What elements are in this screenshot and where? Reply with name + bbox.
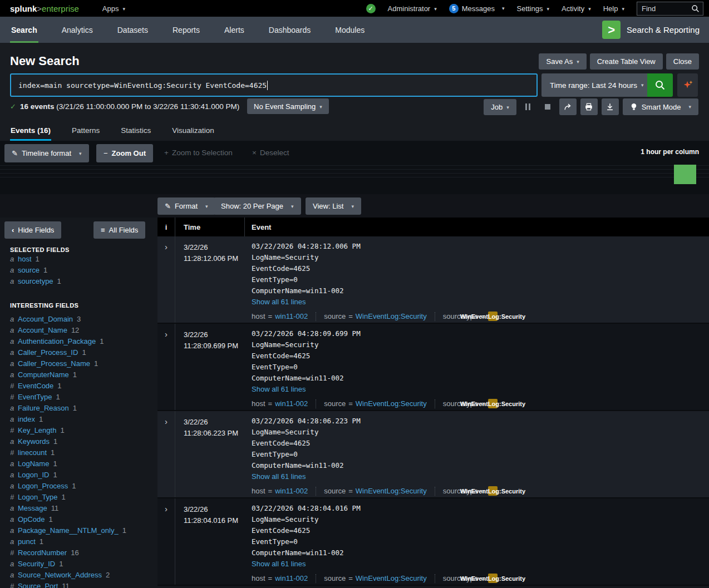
tab-patterns[interactable]: Patterns bbox=[71, 120, 100, 141]
expand-event-chevron[interactable]: › bbox=[157, 411, 175, 497]
field-item-source-network-address[interactable]: aSource_Network_Address2 bbox=[10, 569, 157, 580]
field-item-computername[interactable]: aComputerName1 bbox=[10, 369, 157, 380]
field-separator bbox=[316, 574, 316, 583]
expand-event-chevron[interactable]: › bbox=[157, 236, 175, 323]
host-field-value[interactable]: win11-002 bbox=[275, 399, 308, 408]
create-table-view-button[interactable]: Create Table View bbox=[590, 53, 663, 70]
settings-menu[interactable]: Settings bbox=[517, 4, 550, 13]
pause-job-button[interactable] bbox=[523, 98, 534, 115]
all-fields-button[interactable]: ≡ All Fields bbox=[93, 221, 145, 239]
field-item-caller-process-name[interactable]: aCaller_Process_Name1 bbox=[10, 358, 157, 369]
sourcetype-field-value[interactable]: WinEventLog:Security bbox=[488, 574, 498, 583]
field-item-account-name[interactable]: aAccount_Name12 bbox=[10, 324, 157, 335]
sourcetype-field-value[interactable]: WinEventLog:Security bbox=[488, 399, 498, 408]
source-field-value[interactable]: WinEventLog:Security bbox=[356, 312, 427, 320]
appbar-item-alerts[interactable]: Alerts bbox=[223, 17, 245, 43]
hide-fields-button[interactable]: ‹ Hide Fields bbox=[4, 221, 61, 239]
field-item-failure-reason[interactable]: aFailure_Reason1 bbox=[10, 402, 157, 413]
host-field-value[interactable]: win11-002 bbox=[275, 487, 308, 495]
source-field-value[interactable]: WinEventLog:Security bbox=[356, 399, 427, 408]
time-range-picker[interactable]: Time range: Last 24 hours bbox=[541, 73, 647, 97]
appbar-item-analytics[interactable]: Analytics bbox=[61, 17, 94, 43]
format-label: Format bbox=[175, 202, 198, 210]
field-item-eventtype[interactable]: #EventType1 bbox=[10, 391, 157, 402]
help-menu[interactable]: Help bbox=[603, 4, 624, 13]
appbar-item-reports[interactable]: Reports bbox=[171, 17, 201, 43]
show-all-lines-link[interactable]: Show all 61 lines bbox=[252, 298, 306, 306]
source-field-value[interactable]: WinEventLog:Security bbox=[356, 574, 427, 582]
source-field-value[interactable]: WinEventLog:Security bbox=[356, 487, 427, 495]
find-input[interactable] bbox=[642, 4, 691, 13]
appbar-item-search[interactable]: Search bbox=[10, 17, 38, 43]
field-item-key-length[interactable]: #Key_Length1 bbox=[10, 424, 157, 436]
field-item-host[interactable]: ahost1 bbox=[10, 253, 157, 264]
ai-assistant-button[interactable] bbox=[677, 73, 698, 97]
view-mode-button[interactable]: View: List bbox=[306, 197, 361, 215]
field-item-recordnumber[interactable]: #RecordNumber16 bbox=[10, 547, 157, 558]
field-item-message[interactable]: aMessage11 bbox=[10, 502, 157, 513]
share-job-button[interactable] bbox=[559, 98, 577, 115]
field-item-security-id[interactable]: aSecurity_ID1 bbox=[10, 558, 157, 569]
field-item-logon-type[interactable]: #Logon_Type1 bbox=[10, 491, 157, 502]
field-item-source-port[interactable]: #Source_Port11 bbox=[10, 580, 157, 588]
save-as-button[interactable]: Save As bbox=[539, 53, 586, 70]
timeline-format-button[interactable]: ✎ Timeline format bbox=[4, 144, 89, 162]
export-button[interactable] bbox=[602, 98, 619, 115]
field-item-logname[interactable]: aLogName1 bbox=[10, 458, 157, 469]
stop-job-button[interactable] bbox=[542, 98, 553, 115]
messages-menu[interactable]: 5 Messages bbox=[449, 4, 505, 13]
activity-menu[interactable]: Activity bbox=[562, 4, 591, 13]
per-page-button[interactable]: Show: 20 Per Page bbox=[214, 197, 301, 215]
appbar-item-dashboards[interactable]: Dashboards bbox=[268, 17, 312, 43]
expand-event-chevron[interactable]: › bbox=[157, 498, 175, 585]
event-sampling-button[interactable]: No Event Sampling bbox=[247, 98, 329, 114]
show-all-lines-link[interactable]: Show all 61 lines bbox=[252, 560, 306, 568]
expand-event-chevron[interactable]: › bbox=[157, 324, 175, 410]
app-identity: > Search & Reporting bbox=[602, 17, 700, 43]
field-item-source[interactable]: asource1 bbox=[10, 264, 157, 275]
field-item-account-domain[interactable]: aAccount_Domain3 bbox=[10, 313, 157, 324]
close-button[interactable]: Close bbox=[666, 53, 699, 70]
field-item-keywords[interactable]: aKeywords1 bbox=[10, 436, 157, 447]
field-type-icon: a bbox=[10, 348, 18, 357]
apps-menu[interactable]: Apps bbox=[102, 4, 125, 13]
timeline-histogram[interactable] bbox=[0, 162, 709, 192]
event-raw-line: EventType=0 bbox=[252, 536, 709, 547]
field-item-linecount[interactable]: #linecount1 bbox=[10, 447, 157, 458]
field-type-icon: a bbox=[10, 404, 18, 412]
search-query-input[interactable]: index=main sourcetype=WinEventLog:Securi… bbox=[10, 73, 538, 97]
field-item-sourcetype[interactable]: asourcetype1 bbox=[10, 275, 157, 286]
event-body: 03/22/2026 04:28:04.016 PMLogName=Securi… bbox=[245, 498, 709, 585]
print-button[interactable] bbox=[580, 98, 598, 115]
field-item-index[interactable]: aindex1 bbox=[10, 413, 157, 424]
job-menu-button[interactable]: Job bbox=[484, 99, 516, 115]
sourcetype-field-value[interactable]: WinEventLog:Security bbox=[488, 312, 498, 321]
field-item-punct[interactable]: apunct1 bbox=[10, 536, 157, 547]
host-field-value[interactable]: win11-002 bbox=[275, 312, 308, 320]
zoom-out-button[interactable]: − Zoom Out bbox=[96, 144, 153, 162]
administrator-menu[interactable]: Administrator bbox=[388, 4, 437, 13]
field-count: 1 bbox=[40, 537, 43, 546]
tab-visualization[interactable]: Visualization bbox=[171, 120, 215, 141]
appbar-item-modules[interactable]: Modules bbox=[334, 17, 366, 43]
field-item-logon-process[interactable]: aLogon_Process1 bbox=[10, 480, 157, 491]
field-item-authentication-package[interactable]: aAuthentication_Package1 bbox=[10, 335, 157, 347]
tab-statistics[interactable]: Statistics bbox=[120, 120, 151, 141]
search-mode-button[interactable]: Smart Mode bbox=[623, 98, 698, 115]
find-search-box[interactable] bbox=[637, 2, 703, 16]
tab-events-16[interactable]: Events (16) bbox=[10, 120, 51, 141]
field-item-eventcode[interactable]: #EventCode1 bbox=[10, 380, 157, 391]
field-item-caller-process-id[interactable]: aCaller_Process_ID1 bbox=[10, 347, 157, 358]
field-item-logon-id[interactable]: aLogon_ID1 bbox=[10, 469, 157, 480]
show-all-lines-link[interactable]: Show all 61 lines bbox=[252, 385, 306, 393]
format-button[interactable]: ✎ Format bbox=[157, 197, 215, 215]
appbar-item-datasets[interactable]: Datasets bbox=[116, 17, 149, 43]
timeline-bar[interactable] bbox=[674, 165, 696, 184]
health-status-icon[interactable]: ✓ bbox=[366, 4, 376, 13]
field-item-opcode[interactable]: aOpCode1 bbox=[10, 513, 157, 525]
sourcetype-field-value[interactable]: WinEventLog:Security bbox=[488, 486, 498, 496]
run-search-button[interactable] bbox=[647, 73, 673, 97]
field-item-package-name-ntlm-only[interactable]: aPackage_Name__NTLM_only_1 bbox=[10, 525, 157, 536]
host-field-value[interactable]: win11-002 bbox=[275, 574, 308, 582]
show-all-lines-link[interactable]: Show all 61 lines bbox=[252, 472, 306, 481]
